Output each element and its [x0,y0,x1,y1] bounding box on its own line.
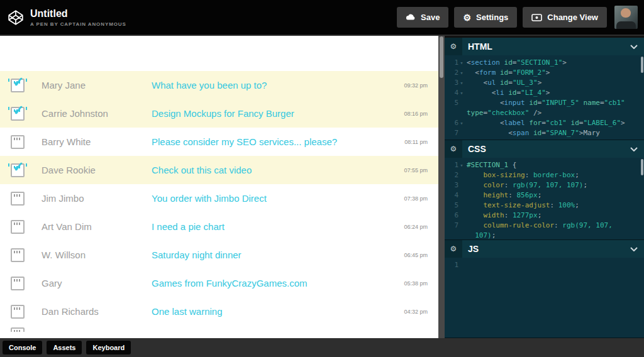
editor-panel-title: JS [468,244,479,254]
codepen-logo-icon[interactable] [8,9,24,26]
checkbox[interactable]: ✓ [11,305,25,319]
code-line: 6 ▾ width: 1277px; [445,211,644,221]
chevron-down-icon[interactable] [630,45,638,49]
fold-arrow-icon[interactable]: ▾ [458,118,465,128]
fold-arrow-icon[interactable]: ▾ [458,78,465,88]
checkbox-dashes-icon [14,307,21,310]
code-editor[interactable]: 1 ▾ [445,258,644,338]
line-gutter: 6 ▾ [445,211,465,221]
email-row[interactable]: ✓ Dan Richards One last warning 04:32 pm [0,297,438,326]
code-line: 5 ▾ <input id="INPUT_5" name="cb1" [445,98,644,108]
checkbox[interactable]: ✓ [11,220,25,234]
editor-panel-header[interactable]: ⚙ CSS [445,140,644,158]
chevron-down-icon[interactable] [630,247,638,251]
gear-icon[interactable]: ⚙ [445,240,462,258]
line-gutter: 4 ▾ [445,88,465,98]
line-number: 3 [451,78,458,88]
email-subject-link[interactable]: Games from FunkyCrazyGames.com [152,278,404,288]
checkbox[interactable]: ✓ [11,192,25,206]
keyboard-button[interactable]: Keyboard [86,341,131,354]
email-subject-link[interactable]: What have you been up to? [152,80,404,91]
email-row[interactable]: ✓ Mary Jane What have you been up to? 09… [0,71,438,99]
line-number: 4 [451,88,458,98]
email-row[interactable]: ✓ Barry White Please consider my SEO ser… [0,128,438,156]
checkbox[interactable]: ✓ [11,277,25,290]
fold-arrow-icon[interactable]: ▾ [458,160,465,170]
sender-name: Art Van Dim [42,221,152,232]
line-gutter: ▾ [445,231,465,239]
email-row[interactable]: ✓ W. Willson Saturday night dinner 06:45… [0,241,438,269]
code-editor[interactable]: 1 ▾ <section id="SECTION_1"> 2 ▾ <form i… [445,55,644,140]
editor-panel-header[interactable]: ⚙ HTML [445,38,644,55]
checkbox[interactable]: ✓ [11,248,25,262]
sender-name: Carrie Johnston [42,108,152,119]
code-text: <span id="SPAN_7">Mary [465,128,600,138]
fold-arrow-icon[interactable]: ▾ [458,88,465,98]
settings-button[interactable]: ⚙ Settings [454,7,517,28]
pen-title-block: Untitled A PEN BY CAPTAIN ANONYMOUS [30,8,126,27]
gear-icon: ⚙ [463,14,471,21]
save-button[interactable]: Save [397,7,448,28]
line-gutter: 1 ▾ [445,260,465,270]
checkbox[interactable]: ✓ [11,135,25,149]
checkbox[interactable]: ✓ [11,107,25,121]
line-number: 7 [451,221,458,231]
check-icon: ✓ [13,102,24,119]
code-text [465,260,467,270]
code-line: ▾ 107); [445,231,644,239]
line-gutter: 1 ▾ [445,160,465,170]
line-gutter: 7 ▾ [445,128,465,138]
code-text: #SECTION_1 { [465,160,516,170]
line-number: 5 [451,200,458,211]
sender-name: Mary Jane [42,80,152,91]
line-number [451,231,458,239]
code-text: column-rule-color: rgb(97, 107, [465,221,613,231]
checkbox[interactable]: ✓ [11,327,25,332]
email-row[interactable]: ✓ Dave Rookie Check out this cat video 0… [0,156,438,184]
email-subject-link[interactable]: You order with Jimbo Direct [152,193,404,204]
checkbox[interactable]: ✓ [11,79,25,92]
change-view-button[interactable]: Change View [523,7,607,28]
email-row[interactable]: ✓ Gary Games from FunkyCrazyGames.com 05… [0,269,438,297]
assets-button[interactable]: Assets [47,341,82,354]
check-icon: ✓ [13,159,24,175]
email-subject-link[interactable]: One last warning [152,306,404,317]
editor-panel-header[interactable]: ⚙ JS [445,240,644,258]
email-subject-link[interactable]: Design Mockups for Fancy Burger [152,108,404,119]
console-button[interactable]: Console [3,341,42,354]
code-text: 107); [465,231,496,239]
code-line: 3 ▾ color: rgb(97, 107, 107); [445,180,644,190]
code-editor[interactable]: 1 ▾ #SECTION_1 { 2 ▾ box-sizing: border-… [445,158,644,239]
checkbox-dashes-icon [14,279,21,282]
checkbox[interactable]: ✓ [11,163,25,177]
cloud-icon [406,14,416,21]
email-row[interactable]: ✓ [0,326,438,332]
email-subject-link[interactable]: I need a pie chart [152,221,404,232]
sender-name: Dan Richards [42,306,152,317]
code-line: 7 ▾ <span id="SPAN_7">Mary [445,128,644,138]
email-subject-link[interactable]: Check out this cat video [152,165,404,175]
checkbox-dashes-icon [14,222,21,225]
email-subject-link[interactable]: Please consider my SEO services... pleas… [152,136,404,147]
line-gutter: 5 ▾ [445,200,465,211]
email-subject-link[interactable]: Saturday night dinner [152,250,404,260]
editors-column: ⚙ HTML 1 ▾ <section id="SECTION_1"> 2 ▾ … [445,36,644,338]
gear-icon[interactable]: ⚙ [445,140,462,158]
fold-arrow-icon[interactable]: ▾ [458,68,465,78]
email-time: 06:45 pm [404,252,428,258]
line-number: 5 [451,98,458,108]
user-avatar[interactable] [614,6,638,29]
gear-icon[interactable]: ⚙ [445,38,462,55]
email-row[interactable]: ✓ Carrie Johnston Design Mockups for Fan… [0,99,438,128]
chevron-down-icon[interactable] [630,147,638,151]
editor-panel-title: HTML [468,41,492,52]
email-row[interactable]: ✓ Jim Jimbo You order with Jimbo Direct … [0,184,438,212]
email-time: 06:24 pm [404,224,428,230]
fold-arrow-icon[interactable]: ▾ [458,58,465,68]
email-row[interactable]: ✓ Art Van Dim I need a pie chart 06:24 p… [0,212,438,241]
line-gutter: 7 ▾ [445,221,465,231]
save-button-label: Save [421,13,440,22]
pane-resizer-handle[interactable] [438,36,445,338]
line-number: 1 [451,260,458,270]
header-actions: Save ⚙ Settings Change View [397,6,638,29]
